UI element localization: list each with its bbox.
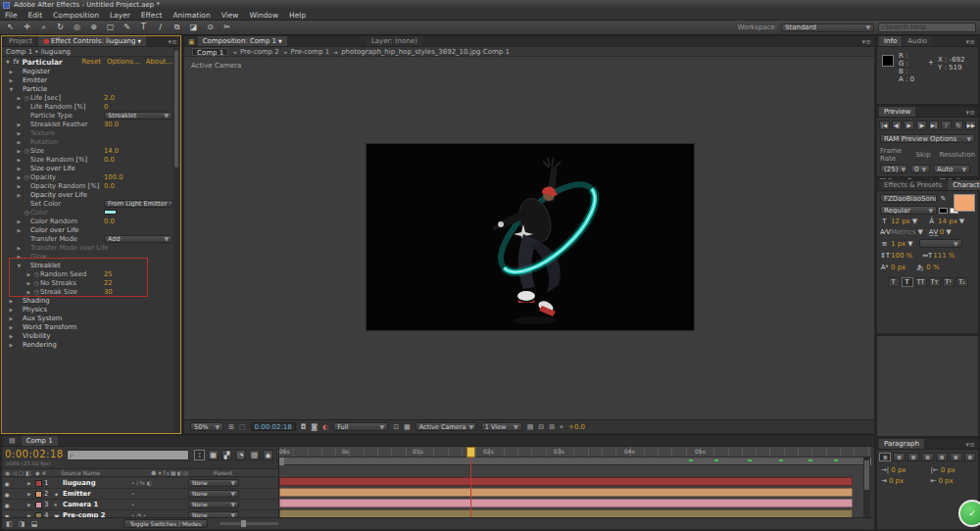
justify-last-right-button[interactable]: ≣ — [950, 453, 961, 461]
effect-property-row[interactable]: ▶ Color over Life ▼ — [2, 225, 174, 234]
tab-audio[interactable]: Audio — [903, 36, 932, 46]
timeline-button-icon[interactable]: ⊟ — [538, 423, 544, 431]
expand-arrow-icon[interactable]: ▶ — [27, 491, 35, 497]
effect-property-row[interactable]: ▶ Texture ▼ — [2, 128, 174, 137]
property-dropdown[interactable]: From Light Emitter▼ — [104, 200, 172, 208]
property-value[interactable]: 30.0 — [104, 121, 119, 128]
project-flowchart-tab[interactable]: ▤ — [4, 436, 21, 446]
indent-right-field[interactable]: |← 0 px — [931, 466, 975, 474]
effect-property-row[interactable]: ▶ Emitter ▼ — [2, 75, 174, 84]
effect-property-row[interactable]: ▶ Size over Life ▼ — [2, 164, 174, 172]
motion-blur-icon[interactable]: ◉ — [263, 450, 273, 460]
toggle-switches-modes-button[interactable]: Toggle Switches / Modes — [123, 519, 208, 528]
type-style-button[interactable]: Tт — [929, 277, 941, 287]
tab-paragraph[interactable]: Paragraph — [879, 439, 924, 449]
breadcrumb-footage[interactable]: photograph_hip_hop_styles_3692_10.jpg Co… — [341, 48, 510, 56]
panel-menu-icon[interactable]: ▾≡ — [966, 441, 978, 449]
effect-property-row[interactable]: ▶ Shading ▼ — [2, 296, 174, 305]
stopwatch-icon[interactable]: ◷ — [23, 94, 30, 101]
help-search-input[interactable] — [885, 24, 968, 31]
align-center-button[interactable]: ≣ — [893, 453, 905, 461]
view-layout-dropdown[interactable]: 1 View▼ — [481, 422, 522, 431]
workspace-dropdown[interactable]: Standard▼ — [781, 24, 874, 32]
baseline-shift-value[interactable]: 0 px — [891, 264, 906, 271]
show-snapshot-icon[interactable]: ◙ — [311, 423, 318, 431]
play-button[interactable]: ▶ — [904, 121, 914, 130]
expand-arrow-icon[interactable]: ▶ — [8, 324, 15, 330]
menu-item[interactable]: File — [5, 11, 18, 20]
effect-property-row[interactable]: Transfer Mode Add▼ — [2, 234, 174, 243]
expand-arrow-icon[interactable]: ▶ — [8, 298, 15, 304]
keyframe-tick[interactable] — [689, 459, 693, 461]
timeline-bottom-icons[interactable]: ◧ ◨ ⬓ — [6, 520, 39, 528]
tab-effects-presets[interactable]: Effects & Presets — [879, 180, 947, 190]
effect-property-row[interactable]: ▶ Visibility ▼ — [2, 331, 174, 340]
effect-collapse-icon[interactable]: ▼ — [6, 59, 10, 65]
menu-item[interactable]: Composition — [53, 11, 99, 20]
first-frame-button[interactable]: |◀ — [879, 121, 890, 130]
expand-arrow-icon[interactable]: ▶ — [16, 174, 23, 180]
font-size-value[interactable]: 12 px — [891, 217, 910, 225]
menu-item[interactable]: View — [221, 11, 239, 20]
layer-color-swatch[interactable] — [35, 502, 42, 508]
tab-preview[interactable]: Preview — [879, 107, 915, 117]
type-style-button[interactable]: T₁ — [956, 277, 968, 287]
keyframe-tick[interactable] — [779, 459, 783, 461]
keyframe-tick[interactable] — [808, 459, 812, 461]
ram-preview-button[interactable]: ▶▶ — [965, 121, 976, 130]
tab-timeline-comp1[interactable]: Comp 1 — [22, 436, 58, 446]
effect-property-row[interactable]: ▶ ◷ Opacity 100.0 ▼ — [2, 172, 174, 181]
work-area-start-handle[interactable] — [279, 458, 284, 465]
parent-header[interactable]: Parent — [214, 469, 272, 476]
clone-stamp-tool-icon[interactable]: ⧉ — [172, 23, 182, 32]
timeline-layer-row[interactable]: ◉ ▶ 2 ✦ Emitter ∙ None▼ — [2, 489, 278, 500]
eyedropper-icon[interactable]: ✎ — [939, 195, 948, 203]
menu-item[interactable]: Layer — [110, 11, 130, 20]
panel-menu-icon[interactable]: ▾≡ — [169, 38, 180, 46]
property-dropdown[interactable]: Streaklet▼ — [104, 112, 172, 120]
composition-frame[interactable] — [367, 144, 694, 330]
parent-dropdown[interactable]: None▼ — [188, 490, 239, 498]
property-value[interactable]: 0 — [104, 103, 108, 111]
space-before-field[interactable]: ⇥ 0 px — [881, 477, 925, 485]
expand-arrow-icon[interactable]: ▶ — [16, 148, 23, 154]
view-dropdown[interactable]: Active Camera▼ — [416, 422, 476, 431]
effect-property-row[interactable]: ▶ ◷ Life [sec] 2.0 ▼ — [2, 93, 174, 102]
effect-property-row[interactable]: ▶ Opacity Random [%] 0.0 ▼ — [2, 181, 174, 190]
roi-icon[interactable]: ⊡ — [393, 423, 399, 431]
effect-property-row[interactable]: ▶ Life Random [%] 0 ▼ — [2, 102, 174, 111]
stroke-style-dropdown[interactable]: ▼ — [919, 239, 962, 248]
effect-property-row[interactable]: ▶ Rendering ▼ — [2, 340, 174, 349]
playhead-handle[interactable] — [466, 447, 475, 458]
justify-last-center-button[interactable]: ≣ — [936, 453, 948, 461]
keyframe-tick[interactable] — [748, 459, 752, 461]
vertical-scale-value[interactable]: 100 % — [891, 252, 912, 260]
layer-duration-bar[interactable] — [279, 477, 853, 486]
effect-controls-scrollbar[interactable] — [173, 48, 179, 433]
flowchart-icon[interactable]: ⊞ — [549, 423, 555, 431]
expand-arrow-icon[interactable]: ▶ — [16, 218, 23, 224]
tab-project[interactable]: Project — [4, 36, 37, 46]
parent-dropdown[interactable]: None▼ — [188, 501, 239, 508]
channel-icon[interactable]: ◐ — [322, 423, 328, 431]
current-time-display[interactable]: 0:00:02:18 — [251, 422, 296, 431]
type-style-button[interactable]: T — [902, 277, 913, 287]
tab-layer[interactable]: Layer: (none) — [367, 36, 422, 46]
expand-arrow-icon[interactable]: ▶ — [16, 121, 23, 127]
effect-property-row[interactable]: ▶ Streaklet Feather 30.0 ▼ — [2, 120, 174, 128]
tab-effect-controls[interactable]: ● Effect Controls: liuguang ▼ — [38, 36, 146, 46]
pan-behind-tool-icon[interactable]: ⊕ — [88, 23, 99, 32]
expand-arrow-icon[interactable]: ▶ — [16, 104, 23, 110]
tab-character[interactable]: Character — [948, 180, 980, 190]
menu-item[interactable]: Window — [250, 11, 279, 20]
layer-duration-bar[interactable] — [279, 499, 853, 507]
rotation-tool-icon[interactable]: ↻ — [55, 23, 66, 32]
property-value[interactable]: 0.0 — [104, 156, 115, 164]
property-value[interactable]: 2.0 — [104, 94, 115, 102]
property-value[interactable]: 0.0 — [104, 182, 115, 190]
timeline-zoom-slider[interactable] — [220, 522, 278, 525]
expand-arrow-icon[interactable]: ▶ — [27, 502, 35, 507]
layer-duration-bar[interactable] — [279, 488, 853, 497]
stopwatch-icon[interactable]: ◷ — [23, 147, 30, 154]
layer-switches[interactable]: ∙ — [131, 491, 188, 497]
